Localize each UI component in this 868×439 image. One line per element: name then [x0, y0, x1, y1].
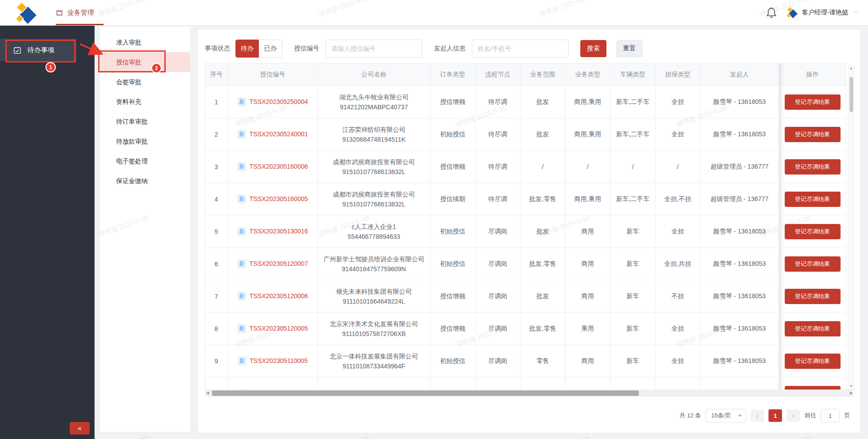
- cell-guarantee-type: 全担: [656, 345, 701, 377]
- cell-company: 领先未来科技集团有限公司 91110101664649224L: [318, 280, 430, 313]
- new-badge: 新: [237, 291, 246, 301]
- cell-order-type: 授信增额: [430, 313, 475, 345]
- sidebar-collapse-button[interactable]: «: [70, 422, 90, 435]
- cell-action: 登记尽调结果: [779, 118, 846, 151]
- register-due-diligence-button[interactable]: 登记尽调结果: [785, 289, 841, 304]
- cell-flow-node: 尽调岗: [475, 345, 520, 377]
- menu-item-esign-processing[interactable]: 电子签处理: [100, 151, 190, 171]
- menu-item-joint-sign-approval[interactable]: 会签审批: [100, 72, 190, 92]
- cell-credit-no: 新TSSX202305120005: [228, 313, 318, 345]
- credit-no-link[interactable]: TSSX202305160006: [249, 163, 308, 170]
- goto-page-input[interactable]: [821, 409, 840, 422]
- status-option-todo[interactable]: 待办: [235, 40, 259, 58]
- initiator-label: 发起人信息: [434, 45, 466, 53]
- cell-initiator: 颜雪琴 - 13618053: [701, 215, 779, 248]
- menu-item-access-approval[interactable]: 准入审批: [100, 32, 190, 52]
- notification-bell-icon[interactable]: [766, 7, 777, 21]
- register-due-diligence-button[interactable]: 登记尽调结果: [785, 224, 841, 239]
- table-container: 序号 授信编号 公司名称 订单类型 流程节点 业务范围 业务类型 车辆类型 担保…: [205, 63, 853, 390]
- prev-page-button[interactable]: ‹: [750, 409, 764, 422]
- credit-no-input[interactable]: [326, 40, 422, 58]
- company-name: 北京一体科技发展集团有限公司: [318, 351, 430, 361]
- company-name: 湖北九头牛牧业有限公司: [318, 92, 430, 102]
- cell-initiator: 颜雪琴 - 13618053: [701, 248, 779, 280]
- register-due-diligence-button[interactable]: 登记尽调结果: [785, 94, 841, 110]
- menu-item-credit-approval[interactable]: 授信审批: [100, 52, 190, 72]
- scroll-up-arrow-icon[interactable]: ▲: [849, 66, 854, 70]
- register-due-diligence-button[interactable]: 登记尽调结果: [785, 386, 841, 390]
- cell-flow-node: 待尽调: [475, 151, 520, 183]
- cell-credit-no: 新TSSX202305160006: [228, 151, 318, 183]
- credit-no-link[interactable]: TSSX202305130016: [249, 228, 308, 235]
- current-page-button[interactable]: 1: [769, 409, 782, 422]
- credit-no-link[interactable]: TSSX202305250004: [249, 98, 308, 105]
- cell-guarantee-type: 全担: [656, 118, 701, 151]
- cell-vehicle-type: 新车: [610, 280, 656, 313]
- cell-vehicle-type: 新车: [610, 345, 656, 377]
- vertical-scrollbar[interactable]: ▲ ▼: [848, 65, 854, 390]
- register-due-diligence-button[interactable]: 登记尽调结果: [785, 127, 841, 142]
- cell-biz-scope: 批发,零售: [520, 313, 565, 345]
- cell-vehicle-type: 新车: [610, 313, 656, 345]
- brand-logo-icon: [13, 2, 37, 24]
- sidebar-item-todo[interactable]: 待办事项: [0, 39, 77, 61]
- menu-item-pending-loan-approval[interactable]: 待放款审批: [100, 131, 190, 151]
- cell-biz-type: 商用: [565, 215, 610, 248]
- register-due-diligence-button[interactable]: 登记尽调结果: [785, 192, 841, 207]
- menu-item-pending-order-approval[interactable]: 待订单审批: [100, 112, 190, 131]
- register-due-diligence-button[interactable]: 登记尽调结果: [785, 321, 841, 336]
- cell-credit-no: 新TSSX202305120006: [228, 280, 318, 313]
- brand-logo: [13, 2, 37, 26]
- next-page-button[interactable]: ›: [787, 409, 800, 422]
- menu-item-deposit-payment[interactable]: 保证金缴纳: [100, 171, 190, 191]
- cell-biz-type: 商用: [565, 280, 610, 313]
- company-code: 9111010575872706XB: [318, 329, 430, 339]
- credit-no-link[interactable]: TSSX202305120005: [249, 325, 308, 332]
- scroll-down-arrow-icon[interactable]: ▼: [849, 384, 854, 388]
- company-code: 91320684748194511K: [318, 134, 430, 144]
- cell-action: 登记尽调结果: [779, 280, 846, 313]
- credit-no-link[interactable]: TSSX202305120006: [249, 292, 308, 300]
- page: 业务管理 客户经理-谭艳懿 ﹀: [0, 0, 868, 439]
- user-menu[interactable]: 客户经理-谭艳懿 ﹀: [785, 0, 858, 25]
- search-button[interactable]: 搜索: [580, 40, 606, 57]
- cell-credit-no: 新TSSX202305240001: [228, 118, 318, 151]
- page-size-value: 15条/页: [711, 412, 731, 420]
- horizontal-scrollbar[interactable]: ◀ ▶: [205, 390, 854, 397]
- col-guarantee-type: 担保类型: [656, 63, 701, 86]
- cell-guarantee-type: 全担: [656, 215, 701, 248]
- cell-order-type: 授信续期: [430, 183, 475, 215]
- cell-biz-scope: 批发: [520, 118, 565, 151]
- menu-item-material-supplement[interactable]: 资料补充: [100, 92, 190, 112]
- table-row: 2 新TSSX202305240001 江苏荣祥纺织有限公司 913206847…: [205, 118, 846, 151]
- horizontal-scrollbar-thumb[interactable]: [212, 390, 639, 396]
- reset-button[interactable]: 重置: [616, 40, 642, 57]
- credit-no-link[interactable]: TSSX202305240001: [249, 130, 308, 138]
- cell-guarantee-type: 全担,不担: [656, 183, 701, 215]
- scroll-left-arrow-icon[interactable]: ◀: [206, 390, 209, 397]
- cell-index: 5: [205, 215, 228, 248]
- tab-business-management[interactable]: 业务管理: [56, 0, 94, 25]
- status-option-done[interactable]: 已办: [259, 40, 282, 58]
- vertical-scrollbar-thumb[interactable]: [850, 77, 853, 112]
- credit-no-link[interactable]: TSSX202305110005: [250, 357, 308, 364]
- cell-flow-node: 尽调岗: [475, 377, 520, 390]
- credit-no-link[interactable]: TSSX202305120007: [249, 260, 308, 267]
- company-name: c人工准入企业1: [318, 222, 430, 232]
- register-due-diligence-button[interactable]: 登记尽调结果: [785, 256, 841, 272]
- tab-label: 业务管理: [67, 9, 94, 17]
- register-due-diligence-button[interactable]: 登记尽调结果: [785, 159, 841, 175]
- page-size-select[interactable]: 15条/页: [705, 409, 746, 422]
- cell-action: 登记尽调结果: [779, 248, 846, 280]
- new-badge: 新: [237, 227, 246, 236]
- cell-action: 登记尽调结果: [779, 215, 846, 248]
- register-due-diligence-button[interactable]: 登记尽调结果: [785, 354, 841, 369]
- company-name: 广州新学士驾驶员培训企业有限公司: [318, 254, 430, 264]
- cell-biz-scope: 批发: [520, 280, 565, 313]
- page-unit-label: 页: [844, 412, 850, 420]
- scroll-right-arrow-icon[interactable]: ▶: [850, 390, 853, 397]
- credit-no-link[interactable]: TSSX202305160005: [249, 195, 308, 202]
- initiator-input[interactable]: [472, 40, 569, 58]
- col-initiator: 发起人: [701, 63, 779, 86]
- active-tab-underline: [56, 24, 104, 25]
